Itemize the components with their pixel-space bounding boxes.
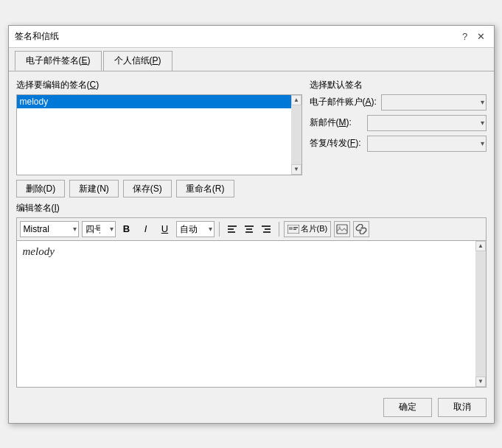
business-card-icon [287, 225, 299, 234]
hyperlink-icon [355, 224, 367, 234]
picture-button[interactable] [334, 221, 350, 237]
align-left-icon [227, 224, 237, 234]
svg-rect-13 [337, 225, 347, 234]
ok-button[interactable]: 确定 [383, 398, 432, 417]
new-mail-row: 新邮件(M): [310, 115, 487, 131]
bold-button[interactable]: B [119, 221, 135, 237]
align-group [224, 221, 274, 237]
email-account-label: 电子邮件账户(A): [310, 96, 377, 108]
delete-button[interactable]: 删除(D) [16, 180, 66, 197]
rename-button[interactable]: 重命名(R) [176, 180, 234, 197]
formatting-toolbar: Mistral 四号 B I U 自动 [16, 217, 487, 240]
business-card-button[interactable]: 名片(B) [284, 221, 332, 237]
svg-rect-7 [265, 228, 271, 230]
dialog-footer: 确定 取消 [9, 393, 494, 423]
tab-personal-stationery[interactable]: 个人信纸(P) [103, 51, 172, 71]
svg-rect-3 [245, 225, 254, 227]
sig-list-label: 选择要编辑的签名(C) [16, 79, 302, 91]
email-account-select-wrapper [381, 94, 487, 111]
reply-forward-select[interactable] [367, 136, 487, 152]
svg-rect-5 [245, 231, 253, 233]
scroll-track [291, 105, 301, 164]
toolbar-divider-1 [219, 222, 220, 237]
left-col: 选择要编辑的签名(C) melody ▲ ▼ [16, 79, 302, 175]
font-size-select[interactable]: 四号 [82, 221, 116, 237]
editor-scroll-down[interactable]: ▼ [475, 377, 486, 387]
svg-rect-11 [293, 227, 298, 228]
sig-list-scrollbar[interactable]: ▲ ▼ [291, 95, 301, 175]
underline-button[interactable]: U [157, 221, 173, 237]
new-button[interactable]: 新建(N) [69, 180, 119, 197]
signature-list-item[interactable]: melody [17, 95, 291, 108]
action-buttons: 删除(D) 新建(N) 保存(S) 重命名(R) [16, 180, 487, 197]
signature-content: melody [17, 241, 486, 262]
svg-rect-0 [228, 225, 237, 227]
signature-list[interactable]: melody ▲ ▼ [16, 94, 302, 175]
signature-editor[interactable]: melody ▲ ▼ [16, 240, 487, 388]
svg-rect-2 [228, 231, 235, 233]
title-bar-controls: ? ✕ [459, 29, 488, 43]
email-account-select[interactable] [381, 94, 487, 111]
editor-scroll-track [475, 251, 486, 377]
close-button[interactable]: ✕ [475, 29, 488, 43]
svg-rect-6 [262, 225, 271, 227]
help-button[interactable]: ? [459, 29, 472, 43]
new-mail-label: 新邮件(M): [310, 116, 363, 129]
editor-scrollbar[interactable]: ▲ ▼ [475, 241, 486, 387]
tab-bar: 电子邮件签名(E) 个人信纸(P) [9, 48, 494, 71]
svg-rect-12 [293, 228, 296, 230]
svg-rect-1 [228, 228, 234, 230]
align-center-button[interactable] [241, 221, 257, 237]
email-account-row: 电子邮件账户(A): [310, 94, 487, 111]
svg-rect-4 [246, 228, 252, 230]
scroll-up-arrow[interactable]: ▲ [291, 95, 301, 105]
toolbar-divider-2 [279, 222, 279, 237]
cancel-button[interactable]: 取消 [438, 398, 487, 417]
dialog-title: 签名和信纸 [15, 30, 59, 43]
default-sig-label: 选择默认签名 [310, 79, 487, 91]
title-bar-title: 签名和信纸 [15, 30, 59, 43]
svg-rect-10 [289, 227, 293, 230]
reply-forward-row: 答复/转发(F): [310, 136, 487, 152]
hyperlink-button[interactable] [353, 221, 369, 237]
tab-stationery-label: 个人信纸(P) [114, 55, 161, 66]
tab-email-signature[interactable]: 电子邮件签名(E) [15, 51, 102, 71]
italic-button[interactable]: I [138, 221, 154, 237]
align-right-button[interactable] [258, 221, 274, 237]
font-select[interactable]: Mistral [20, 221, 79, 237]
title-bar: 签名和信纸 ? ✕ [9, 26, 494, 48]
align-center-icon [244, 224, 254, 234]
new-mail-select-wrapper [367, 115, 487, 131]
reply-forward-label: 答复/转发(F): [310, 137, 363, 150]
align-right-icon [261, 224, 271, 234]
align-left-button[interactable] [224, 221, 240, 237]
editor-scroll-up[interactable]: ▲ [475, 241, 486, 251]
right-col: 选择默认签名 电子邮件账户(A): 新邮件(M): [310, 79, 487, 175]
tab-email-label: 电子邮件签名(E) [26, 55, 91, 66]
save-button[interactable]: 保存(S) [123, 180, 172, 197]
font-select-wrapper: Mistral [20, 221, 79, 237]
reply-forward-select-wrapper [367, 136, 487, 152]
new-mail-select[interactable] [367, 115, 487, 131]
business-card-label: 名片(B) [301, 223, 328, 234]
scroll-down-arrow[interactable]: ▼ [291, 164, 301, 175]
size-select-wrapper: 四号 [82, 221, 116, 237]
edit-sig-label: 编辑签名(I) [16, 202, 487, 214]
dialog: 签名和信纸 ? ✕ 电子邮件签名(E) 个人信纸(P) 选择要编辑的签名(C) [8, 25, 495, 424]
picture-icon [336, 224, 348, 234]
signature-text-display: melody [23, 245, 55, 257]
content-area: 选择要编辑的签名(C) melody ▲ ▼ [9, 71, 494, 393]
svg-point-14 [338, 226, 341, 228]
svg-rect-8 [263, 231, 271, 233]
two-col-layout: 选择要编辑的签名(C) melody ▲ ▼ [16, 79, 487, 175]
default-sig-section: 电子邮件账户(A): 新邮件(M): 答复/转发(F): [310, 94, 487, 152]
color-select-wrapper: 自动 [176, 221, 215, 237]
color-select[interactable]: 自动 [176, 221, 215, 237]
